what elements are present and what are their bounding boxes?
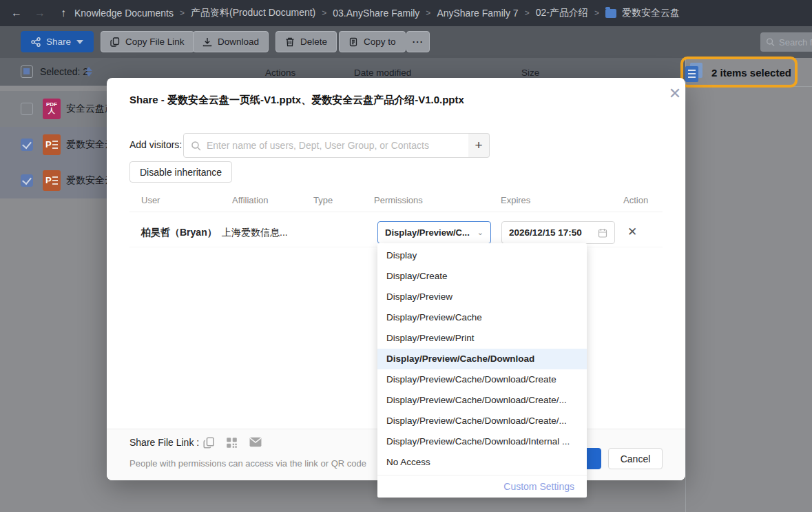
pptx-file-icon: P (43, 134, 61, 155)
row-checkbox[interactable] (21, 103, 33, 115)
search-icon (191, 141, 201, 151)
breadcrumb-item[interactable]: AnyShare Family 7 (437, 8, 518, 19)
details-panel-header-divider (686, 86, 812, 87)
back-icon[interactable]: ← (10, 7, 23, 19)
copy-to-icon (348, 37, 358, 47)
more-actions-button[interactable]: ··· (406, 31, 430, 52)
toolbar: Share Copy File Link Download Delete Cop… (0, 26, 812, 58)
breadcrumb-separator: > (525, 8, 530, 18)
visitor-search-field (183, 133, 469, 158)
calendar-icon (598, 228, 607, 238)
chevron-down-icon: ⌄ (477, 228, 483, 237)
forward-icon[interactable]: → (33, 7, 47, 19)
row-checkbox[interactable] (21, 139, 33, 151)
permission-option[interactable]: Display/Preview/Cache/Download/Create/..… (377, 390, 587, 411)
column-header-size[interactable]: Size (521, 68, 539, 78)
copy-to-button[interactable]: Copy to (339, 31, 406, 52)
download-icon (202, 37, 212, 47)
breadcrumb-item[interactable]: Knowledge Documents (74, 8, 174, 19)
breadcrumb-item[interactable]: 02-产品介绍 (536, 7, 588, 19)
permissions-dropdown: Display Display/Create Display/Preview D… (377, 243, 587, 498)
copy-file-link-button[interactable]: Copy File Link (101, 31, 194, 52)
permission-option[interactable]: Display (377, 245, 587, 266)
breadcrumb-separator: > (426, 8, 430, 18)
delete-label: Delete (300, 37, 327, 47)
table-header-action: Action (623, 195, 648, 205)
column-header-actions[interactable]: Actions (265, 68, 295, 78)
ellipsis-icon: ··· (413, 37, 424, 47)
pptx-file-icon: P (43, 170, 61, 191)
table-header-divider (129, 212, 663, 212)
share-button-label: Share (46, 37, 71, 47)
column-header-date-modified[interactable]: Date modified (354, 68, 411, 78)
folder-icon (605, 9, 616, 18)
breadcrumb-item[interactable]: 03.AnyShare Family (333, 8, 419, 19)
permission-option[interactable]: Display/Preview/Cache/Download/Create/..… (377, 411, 587, 431)
selection-badge: 2 items selected (685, 60, 795, 85)
row-checkbox[interactable] (21, 174, 33, 187)
permission-option[interactable]: Display/Create (377, 266, 587, 287)
cancel-button[interactable]: Cancel (608, 448, 663, 469)
copy-file-link-label: Copy File Link (125, 37, 185, 47)
close-icon[interactable]: ✕ (666, 85, 684, 103)
share-link-hint: People with permissions can access via t… (129, 458, 366, 469)
table-header-affiliation: Affiliation (232, 195, 269, 205)
permission-option[interactable]: Display/Preview (377, 287, 587, 307)
custom-settings-link[interactable]: Custom Settings (377, 475, 587, 496)
download-label: Download (218, 37, 259, 47)
permission-option[interactable]: Display/Preview/Cache/Download/Create (377, 369, 587, 390)
breadcrumb-item-current[interactable]: 爱数安全云盘 (622, 7, 680, 19)
permission-option[interactable]: Display/Preview/Print (377, 328, 587, 349)
search-input[interactable] (779, 37, 812, 48)
share-icon (31, 37, 41, 47)
search-icon (766, 37, 775, 47)
details-panel-divider (685, 58, 686, 512)
mail-icon[interactable] (249, 437, 262, 450)
copy-link-icon (110, 37, 120, 47)
dialog-title: Share - 爱数安全云盘一页纸-V1.pptx、爱数安全云盘产品介绍-V1.… (129, 94, 464, 107)
permission-option[interactable]: No Access (377, 452, 587, 473)
remove-visitor-icon[interactable]: ✕ (625, 225, 639, 239)
breadcrumb-separator: > (180, 8, 185, 18)
delete-button[interactable]: Delete (275, 31, 337, 52)
share-file-link-label: Share File Link : (129, 437, 199, 448)
add-visitor-button[interactable]: + (468, 133, 490, 158)
breadcrumb-separator: > (594, 8, 599, 18)
permissions-select[interactable]: Display/Preview/C... ⌄ (377, 221, 491, 244)
expires-date-picker[interactable]: 2026/12/15 17:50 (501, 221, 615, 244)
permission-option[interactable]: Display/Preview/Cache/Download/Internal … (377, 431, 587, 452)
disable-inheritance-button[interactable]: Disable inheritance (129, 161, 232, 183)
select-all-checkbox[interactable] (21, 65, 33, 78)
checkbox-indeterminate-mark (23, 68, 30, 74)
permission-option[interactable]: Display/Preview/Cache (377, 307, 587, 328)
table-header-permissions: Permissions (374, 195, 423, 205)
table-header-expires: Expires (501, 195, 530, 205)
permissions-select-value: Display/Preview/C... (385, 227, 477, 238)
trash-icon (285, 37, 295, 47)
table-header-type: Type (313, 195, 333, 205)
sort-icon[interactable] (85, 67, 92, 76)
file-search (760, 32, 812, 52)
documents-stack-icon (685, 63, 704, 82)
share-button[interactable]: Share (21, 31, 94, 52)
breadcrumb-separator: > (322, 8, 326, 18)
qr-code-icon[interactable] (226, 437, 238, 451)
table-header-user: User (141, 195, 160, 205)
copy-link-icon[interactable] (203, 437, 215, 451)
visitor-affiliation: 上海爱数信息... (222, 227, 288, 239)
breadcrumb-item[interactable]: 产品资料(Product Document) (191, 7, 315, 19)
breadcrumb-bar: ← → ↑ Knowledge Documents > 产品资料(Product… (0, 0, 812, 26)
expires-date-value: 2026/12/15 17:50 (509, 227, 598, 238)
visitor-search-input[interactable] (207, 140, 461, 151)
chevron-down-icon (76, 40, 83, 44)
up-icon[interactable]: ↑ (56, 7, 70, 19)
selected-count-label: Selected: 2 (40, 66, 88, 77)
download-button[interactable]: Download (193, 31, 269, 52)
visitor-user-name: 柏昊哲（Bryan） (141, 227, 217, 239)
app-window: ← → ↑ Knowledge Documents > 产品资料(Product… (0, 0, 812, 512)
add-visitors-label: Add visitors: (129, 139, 182, 150)
permission-option-selected[interactable]: Display/Preview/Cache/Download (377, 349, 587, 369)
copy-to-label: Copy to (364, 37, 396, 47)
pdf-file-icon: PDF人 (43, 99, 61, 119)
selection-badge-label: 2 items selected (711, 67, 791, 79)
